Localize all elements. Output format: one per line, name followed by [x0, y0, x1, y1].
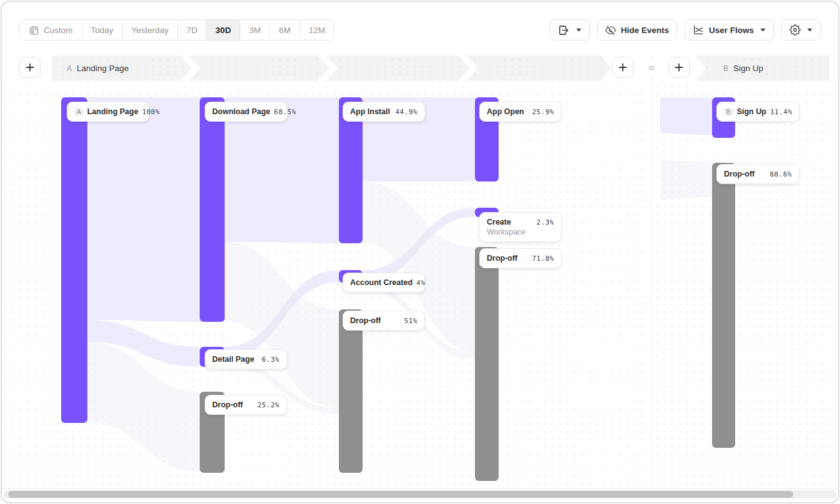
date-range-12m[interactable]: 12M: [300, 20, 334, 40]
node-card-dropoff-step3[interactable]: Drop-off 51%: [343, 311, 425, 331]
sankey-canvas: A Landing Page 100% Download Page 68.5% …: [2, 84, 838, 489]
user-flows-icon: [693, 24, 704, 36]
add-step-before-button[interactable]: [19, 57, 41, 78]
sankey-bar-dropoff-signup[interactable]: [712, 163, 735, 448]
chevron-down-icon: [807, 28, 813, 32]
eye-off-icon: [605, 25, 616, 36]
date-range-selector: Custom Today Yesterday 7D 30D 3M 6M 12M: [19, 19, 335, 41]
gear-icon: [789, 24, 801, 36]
hide-events-button[interactable]: Hide Events: [597, 19, 677, 41]
funnel-b-header: B Sign Up: [696, 64, 763, 73]
add-step-before-b-button[interactable]: [668, 57, 690, 78]
node-card-dropoff-signup[interactable]: Drop-off 88.6%: [716, 164, 799, 184]
date-range-6m[interactable]: 6M: [270, 20, 300, 40]
node-card-sign-up[interactable]: B Sign Up 11.4%: [716, 102, 799, 122]
toolbar: Custom Today Yesterday 7D 30D 3M 6M 12M: [19, 19, 821, 41]
user-flows-button[interactable]: User Flows: [685, 19, 774, 41]
horizontal-scrollbar-thumb[interactable]: [8, 491, 793, 498]
sankey-bar-download-page[interactable]: [200, 97, 225, 322]
app-window: Custom Today Yesterday 7D 30D 3M 6M 12M: [1, 1, 839, 503]
funnel-badge: A: [74, 108, 84, 116]
date-range-3m[interactable]: 3M: [240, 20, 270, 40]
export-icon: [558, 24, 570, 36]
step-chevron-separators: [52, 56, 611, 81]
plus-icon: [675, 63, 683, 72]
horizontal-scrollbar-track[interactable]: [4, 490, 836, 498]
funnel-b-title: Sign Up: [733, 64, 763, 73]
panel-divider: [652, 54, 652, 489]
add-step-after-a-button[interactable]: [612, 57, 633, 78]
toolbar-right-group: Hide Events User Flows: [550, 19, 821, 41]
funnel-b-badge: B: [723, 64, 728, 73]
calendar-icon: [29, 25, 39, 36]
export-button[interactable]: [550, 19, 590, 41]
date-range-today[interactable]: Today: [82, 20, 123, 40]
funnel-a-header: A Landing Page: [52, 64, 129, 73]
funnel-b-header-band[interactable]: B Sign Up: [696, 56, 829, 81]
node-card-create-workspace[interactable]: Create 2.3% Workspace: [479, 212, 562, 242]
node-card-detail-page[interactable]: Detail Page 6.3%: [205, 349, 287, 369]
funnel-a-badge: A: [67, 64, 72, 73]
date-range-30d[interactable]: 30D: [207, 20, 240, 40]
node-card-account-created[interactable]: Account Created 4%: [343, 273, 425, 293]
node-card-dropoff-step2[interactable]: Drop-off 25.2%: [205, 395, 287, 415]
funnel-badge: B: [724, 108, 733, 116]
date-range-7d[interactable]: 7D: [178, 20, 207, 40]
node-card-download-page[interactable]: Download Page 68.5%: [205, 102, 287, 122]
plus-icon: [618, 63, 627, 72]
settings-button[interactable]: [781, 19, 821, 41]
sankey-bar-dropoff-step3[interactable]: [339, 309, 363, 473]
node-card-dropoff-step4[interactable]: Drop-off 71.8%: [479, 248, 562, 268]
funnel-break-symbol: ≈: [643, 61, 660, 75]
funnel-a-title: Landing Page: [77, 64, 129, 73]
hide-events-label: Hide Events: [621, 26, 669, 35]
funnel-a-header-band[interactable]: A Landing Page: [52, 56, 611, 81]
node-card-landing-page[interactable]: A Landing Page 100%: [67, 102, 149, 122]
chevron-down-icon: [760, 28, 766, 32]
plus-icon: [26, 63, 34, 72]
node-card-app-install[interactable]: App Install 44.9%: [343, 102, 425, 122]
chevron-down-icon: [576, 28, 582, 32]
sankey-bar-dropoff-step4[interactable]: [475, 247, 499, 481]
date-range-yesterday[interactable]: Yesterday: [123, 20, 178, 40]
node-card-app-open[interactable]: App Open 25.9%: [479, 102, 562, 122]
date-range-custom[interactable]: Custom: [20, 20, 82, 40]
sankey-bar-landing-page[interactable]: [61, 97, 87, 423]
user-flows-label: User Flows: [709, 26, 754, 35]
date-range-label: Custom: [44, 26, 73, 35]
